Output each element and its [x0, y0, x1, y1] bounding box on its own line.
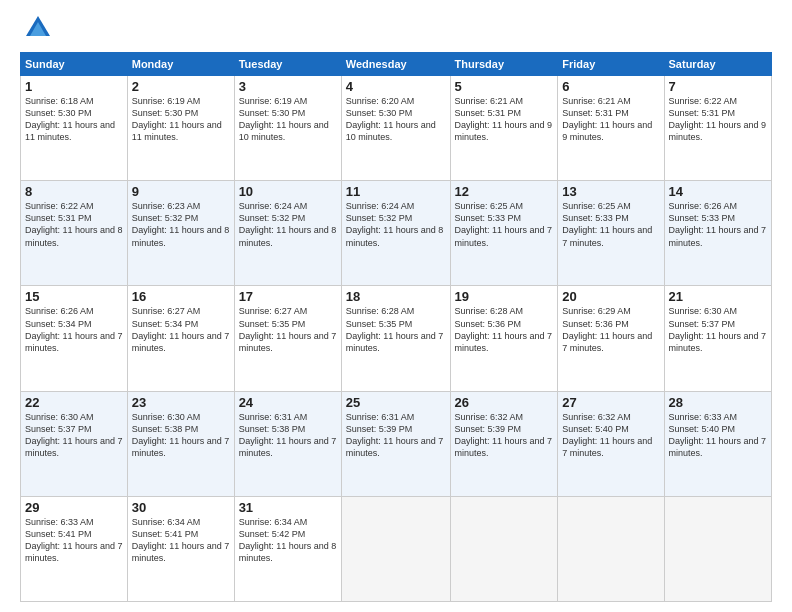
- calendar-header-sunday: Sunday: [21, 53, 128, 76]
- calendar-cell: 23Sunrise: 6:30 AMSunset: 5:38 PMDayligh…: [127, 391, 234, 496]
- day-number: 10: [239, 184, 337, 199]
- calendar-cell: 28Sunrise: 6:33 AMSunset: 5:40 PMDayligh…: [664, 391, 771, 496]
- day-number: 9: [132, 184, 230, 199]
- calendar-cell: 10Sunrise: 6:24 AMSunset: 5:32 PMDayligh…: [234, 181, 341, 286]
- calendar-cell: 6Sunrise: 6:21 AMSunset: 5:31 PMDaylight…: [558, 76, 664, 181]
- day-info: Sunrise: 6:28 AMSunset: 5:35 PMDaylight:…: [346, 305, 446, 354]
- day-info: Sunrise: 6:28 AMSunset: 5:36 PMDaylight:…: [455, 305, 554, 354]
- day-info: Sunrise: 6:18 AMSunset: 5:30 PMDaylight:…: [25, 95, 123, 144]
- day-number: 11: [346, 184, 446, 199]
- day-number: 14: [669, 184, 767, 199]
- calendar-cell: 26Sunrise: 6:32 AMSunset: 5:39 PMDayligh…: [450, 391, 558, 496]
- day-info: Sunrise: 6:19 AMSunset: 5:30 PMDaylight:…: [132, 95, 230, 144]
- day-number: 31: [239, 500, 337, 515]
- day-number: 22: [25, 395, 123, 410]
- calendar-cell: 30Sunrise: 6:34 AMSunset: 5:41 PMDayligh…: [127, 496, 234, 601]
- day-number: 25: [346, 395, 446, 410]
- calendar-cell: 9Sunrise: 6:23 AMSunset: 5:32 PMDaylight…: [127, 181, 234, 286]
- calendar-cell: 4Sunrise: 6:20 AMSunset: 5:30 PMDaylight…: [341, 76, 450, 181]
- day-info: Sunrise: 6:34 AMSunset: 5:41 PMDaylight:…: [132, 516, 230, 565]
- calendar-cell: 11Sunrise: 6:24 AMSunset: 5:32 PMDayligh…: [341, 181, 450, 286]
- calendar-cell: 25Sunrise: 6:31 AMSunset: 5:39 PMDayligh…: [341, 391, 450, 496]
- day-number: 7: [669, 79, 767, 94]
- calendar-header-saturday: Saturday: [664, 53, 771, 76]
- day-number: 2: [132, 79, 230, 94]
- calendar-cell: [664, 496, 771, 601]
- calendar-cell: 24Sunrise: 6:31 AMSunset: 5:38 PMDayligh…: [234, 391, 341, 496]
- day-info: Sunrise: 6:33 AMSunset: 5:41 PMDaylight:…: [25, 516, 123, 565]
- day-info: Sunrise: 6:30 AMSunset: 5:38 PMDaylight:…: [132, 411, 230, 460]
- calendar-cell: 31Sunrise: 6:34 AMSunset: 5:42 PMDayligh…: [234, 496, 341, 601]
- logo: [20, 18, 52, 42]
- calendar-cell: [558, 496, 664, 601]
- day-number: 30: [132, 500, 230, 515]
- day-number: 26: [455, 395, 554, 410]
- calendar-week-5: 29Sunrise: 6:33 AMSunset: 5:41 PMDayligh…: [21, 496, 772, 601]
- calendar-header-wednesday: Wednesday: [341, 53, 450, 76]
- day-info: Sunrise: 6:19 AMSunset: 5:30 PMDaylight:…: [239, 95, 337, 144]
- calendar-cell: 13Sunrise: 6:25 AMSunset: 5:33 PMDayligh…: [558, 181, 664, 286]
- calendar-cell: 19Sunrise: 6:28 AMSunset: 5:36 PMDayligh…: [450, 286, 558, 391]
- day-info: Sunrise: 6:33 AMSunset: 5:40 PMDaylight:…: [669, 411, 767, 460]
- day-info: Sunrise: 6:26 AMSunset: 5:34 PMDaylight:…: [25, 305, 123, 354]
- day-info: Sunrise: 6:25 AMSunset: 5:33 PMDaylight:…: [562, 200, 659, 249]
- calendar-cell: 3Sunrise: 6:19 AMSunset: 5:30 PMDaylight…: [234, 76, 341, 181]
- logo-icon: [24, 14, 52, 42]
- day-number: 8: [25, 184, 123, 199]
- calendar-cell: 21Sunrise: 6:30 AMSunset: 5:37 PMDayligh…: [664, 286, 771, 391]
- day-info: Sunrise: 6:31 AMSunset: 5:38 PMDaylight:…: [239, 411, 337, 460]
- calendar-cell: 16Sunrise: 6:27 AMSunset: 5:34 PMDayligh…: [127, 286, 234, 391]
- calendar-cell: 20Sunrise: 6:29 AMSunset: 5:36 PMDayligh…: [558, 286, 664, 391]
- day-info: Sunrise: 6:30 AMSunset: 5:37 PMDaylight:…: [25, 411, 123, 460]
- day-info: Sunrise: 6:29 AMSunset: 5:36 PMDaylight:…: [562, 305, 659, 354]
- day-info: Sunrise: 6:23 AMSunset: 5:32 PMDaylight:…: [132, 200, 230, 249]
- calendar-cell: 14Sunrise: 6:26 AMSunset: 5:33 PMDayligh…: [664, 181, 771, 286]
- day-number: 18: [346, 289, 446, 304]
- calendar-cell: 5Sunrise: 6:21 AMSunset: 5:31 PMDaylight…: [450, 76, 558, 181]
- day-number: 15: [25, 289, 123, 304]
- day-number: 13: [562, 184, 659, 199]
- day-info: Sunrise: 6:25 AMSunset: 5:33 PMDaylight:…: [455, 200, 554, 249]
- calendar-cell: 29Sunrise: 6:33 AMSunset: 5:41 PMDayligh…: [21, 496, 128, 601]
- day-number: 6: [562, 79, 659, 94]
- calendar-header-tuesday: Tuesday: [234, 53, 341, 76]
- calendar-week-3: 15Sunrise: 6:26 AMSunset: 5:34 PMDayligh…: [21, 286, 772, 391]
- day-number: 24: [239, 395, 337, 410]
- calendar-cell: 7Sunrise: 6:22 AMSunset: 5:31 PMDaylight…: [664, 76, 771, 181]
- day-info: Sunrise: 6:22 AMSunset: 5:31 PMDaylight:…: [25, 200, 123, 249]
- calendar-header-monday: Monday: [127, 53, 234, 76]
- day-number: 20: [562, 289, 659, 304]
- calendar-table: SundayMondayTuesdayWednesdayThursdayFrid…: [20, 52, 772, 602]
- day-info: Sunrise: 6:24 AMSunset: 5:32 PMDaylight:…: [239, 200, 337, 249]
- day-info: Sunrise: 6:21 AMSunset: 5:31 PMDaylight:…: [455, 95, 554, 144]
- calendar-week-1: 1Sunrise: 6:18 AMSunset: 5:30 PMDaylight…: [21, 76, 772, 181]
- calendar-cell: 2Sunrise: 6:19 AMSunset: 5:30 PMDaylight…: [127, 76, 234, 181]
- calendar-cell: 27Sunrise: 6:32 AMSunset: 5:40 PMDayligh…: [558, 391, 664, 496]
- day-info: Sunrise: 6:21 AMSunset: 5:31 PMDaylight:…: [562, 95, 659, 144]
- calendar-cell: 17Sunrise: 6:27 AMSunset: 5:35 PMDayligh…: [234, 286, 341, 391]
- day-number: 27: [562, 395, 659, 410]
- day-info: Sunrise: 6:20 AMSunset: 5:30 PMDaylight:…: [346, 95, 446, 144]
- calendar-cell: 18Sunrise: 6:28 AMSunset: 5:35 PMDayligh…: [341, 286, 450, 391]
- calendar-cell: [341, 496, 450, 601]
- page: SundayMondayTuesdayWednesdayThursdayFrid…: [0, 0, 792, 612]
- day-info: Sunrise: 6:34 AMSunset: 5:42 PMDaylight:…: [239, 516, 337, 565]
- calendar-cell: 15Sunrise: 6:26 AMSunset: 5:34 PMDayligh…: [21, 286, 128, 391]
- calendar-header-friday: Friday: [558, 53, 664, 76]
- day-number: 4: [346, 79, 446, 94]
- calendar-cell: 12Sunrise: 6:25 AMSunset: 5:33 PMDayligh…: [450, 181, 558, 286]
- day-number: 23: [132, 395, 230, 410]
- calendar-header-thursday: Thursday: [450, 53, 558, 76]
- calendar-cell: 8Sunrise: 6:22 AMSunset: 5:31 PMDaylight…: [21, 181, 128, 286]
- day-info: Sunrise: 6:32 AMSunset: 5:39 PMDaylight:…: [455, 411, 554, 460]
- day-info: Sunrise: 6:32 AMSunset: 5:40 PMDaylight:…: [562, 411, 659, 460]
- day-info: Sunrise: 6:27 AMSunset: 5:34 PMDaylight:…: [132, 305, 230, 354]
- day-number: 21: [669, 289, 767, 304]
- day-number: 29: [25, 500, 123, 515]
- header: [20, 18, 772, 42]
- calendar-cell: 1Sunrise: 6:18 AMSunset: 5:30 PMDaylight…: [21, 76, 128, 181]
- day-info: Sunrise: 6:24 AMSunset: 5:32 PMDaylight:…: [346, 200, 446, 249]
- day-number: 1: [25, 79, 123, 94]
- day-info: Sunrise: 6:31 AMSunset: 5:39 PMDaylight:…: [346, 411, 446, 460]
- day-number: 5: [455, 79, 554, 94]
